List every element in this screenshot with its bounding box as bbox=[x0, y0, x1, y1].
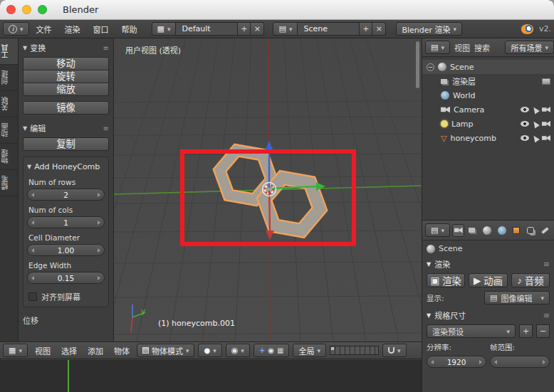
remove-preset-button[interactable]: − bbox=[536, 324, 550, 338]
transform-section-header[interactable]: ▼ 变换 ≡ bbox=[23, 41, 109, 54]
panel-menu-icon[interactable]: ≡ bbox=[543, 311, 550, 320]
tab-create[interactable]: 创建 bbox=[0, 65, 18, 91]
screen-layout-name-field[interactable]: Default bbox=[176, 22, 237, 36]
menu-add[interactable]: 添加 bbox=[84, 345, 107, 356]
resolution-x-slider[interactable]: 1920 bbox=[427, 356, 486, 368]
collapse-icon[interactable]: − bbox=[427, 63, 434, 71]
tab-relations[interactable]: 关联 bbox=[0, 91, 18, 117]
align-to-view-checkbox[interactable] bbox=[28, 292, 37, 301]
renderability-camera-icon[interactable] bbox=[542, 107, 550, 112]
add-preset-button[interactable]: + bbox=[519, 324, 533, 338]
panel-menu-icon[interactable]: ≡ bbox=[103, 44, 109, 52]
tree-row-honeycomb[interactable]: ▽ honeycomb bbox=[422, 131, 554, 145]
viewport-scrollbar[interactable] bbox=[416, 41, 419, 88]
renderability-camera-icon[interactable] bbox=[542, 135, 550, 141]
renderability-camera-icon[interactable] bbox=[542, 121, 550, 127]
tree-row-scene[interactable]: − Scene bbox=[422, 60, 554, 74]
editor-type-properties-button[interactable]: ▤ ▾ bbox=[425, 223, 450, 237]
tab-object[interactable] bbox=[510, 224, 522, 237]
selectability-cursor-icon[interactable] bbox=[531, 120, 540, 128]
snap-dropdown[interactable]: ▾ bbox=[382, 344, 407, 357]
tab-physics[interactable]: 物理 bbox=[0, 144, 18, 170]
scene-browse-button[interactable]: ▤ ▾ bbox=[273, 22, 298, 36]
selectability-cursor-icon[interactable] bbox=[531, 105, 540, 114]
tab-tools[interactable]: 工具 bbox=[0, 38, 18, 65]
render-button[interactable]: ▣ 渲染 bbox=[427, 273, 465, 287]
translate-manipulator-icon[interactable]: + bbox=[259, 346, 265, 354]
menu-select[interactable]: 选择 bbox=[58, 345, 80, 356]
mirror-button[interactable]: 镜像 bbox=[23, 101, 109, 115]
tab-animation[interactable]: 动画 bbox=[0, 117, 18, 144]
scale-manipulator-icon[interactable]: ▦ bbox=[277, 346, 283, 354]
rotate-button[interactable]: 旋转 bbox=[23, 70, 109, 83]
selectability-cursor-icon[interactable] bbox=[531, 134, 540, 142]
rotate-manipulator-icon[interactable]: ◉ bbox=[268, 346, 274, 354]
viewport-3d[interactable]: 用户视图 (透视) y (1) honeycomb.001 bbox=[114, 38, 422, 341]
layer-buttons[interactable] bbox=[330, 346, 379, 355]
outliner-search-menu[interactable]: 搜索 bbox=[474, 42, 490, 53]
mode-dropdown[interactable]: 物体模式 ▾ bbox=[137, 344, 195, 357]
minimize-window-button[interactable] bbox=[22, 5, 31, 14]
delete-screen-layout-button[interactable]: × bbox=[251, 22, 264, 36]
zoom-window-button[interactable] bbox=[38, 5, 47, 14]
menu-window[interactable]: 窗口 bbox=[88, 23, 115, 35]
render-engine-dropdown[interactable]: Blender 渲染 ▾ bbox=[396, 22, 462, 36]
menu-view[interactable]: 视图 bbox=[31, 345, 54, 356]
visibility-eye-icon[interactable] bbox=[521, 121, 529, 127]
menu-file[interactable]: 文件 bbox=[31, 23, 58, 35]
tab-render-layers[interactable] bbox=[466, 224, 479, 237]
editor-type-viewport-button[interactable]: ▦ ▾ bbox=[3, 344, 28, 357]
tab-modifiers[interactable] bbox=[539, 224, 551, 237]
add-scene-button[interactable]: + bbox=[359, 22, 372, 36]
edit-section-header[interactable]: ▼ 编辑 ≡ bbox=[23, 122, 109, 134]
scene-name-field[interactable]: Scene bbox=[298, 22, 359, 36]
visibility-eye-icon[interactable] bbox=[521, 135, 529, 141]
cell-diameter-slider[interactable]: 1.00 bbox=[27, 244, 105, 256]
dimensions-section-header[interactable]: ▼ 规格尺寸 ≡ bbox=[427, 309, 550, 321]
editor-type-info-button[interactable]: i ▾ bbox=[3, 22, 29, 36]
menu-render[interactable]: 渲染 bbox=[59, 23, 86, 35]
transform-orientation-dropdown[interactable]: 全局 ▾ bbox=[293, 344, 326, 357]
visibility-eye-icon[interactable] bbox=[521, 107, 529, 112]
tab-world[interactable] bbox=[496, 224, 508, 237]
viewport-shading-dropdown[interactable]: ● ▾ bbox=[198, 344, 221, 357]
frame-start-slider[interactable] bbox=[490, 356, 550, 368]
editor-type-outliner-button[interactable]: ▤ ▾ bbox=[425, 41, 450, 54]
animation-button[interactable]: ▶ 动画 bbox=[469, 273, 507, 287]
image-icon[interactable] bbox=[542, 78, 550, 85]
tree-row-camera[interactable]: Camera bbox=[422, 102, 554, 117]
render-presets-dropdown[interactable]: 渲染预设 ▾ bbox=[427, 324, 516, 338]
num-cols-slider[interactable]: 1 bbox=[27, 216, 105, 228]
scale-button[interactable]: 缩放 bbox=[23, 83, 109, 96]
num-rows-slider[interactable]: 2 bbox=[27, 189, 105, 201]
tab-grease-pencil[interactable]: 蜡笔 bbox=[0, 170, 18, 196]
timeline-playhead[interactable] bbox=[68, 360, 69, 392]
outliner-scope-dropdown[interactable]: 所有场景 ▾ bbox=[505, 41, 554, 54]
timeline[interactable] bbox=[0, 360, 422, 392]
tab-constraints[interactable] bbox=[524, 224, 536, 237]
menu-help[interactable]: 帮助 bbox=[116, 23, 143, 35]
tree-row-world[interactable]: World bbox=[422, 88, 554, 102]
screen-layout-browse-button[interactable]: ▦ ▾ bbox=[152, 22, 177, 36]
honeycomb-panel-header[interactable]: ▼ Add HoneyComb bbox=[27, 160, 105, 173]
tree-row-lamp[interactable]: Lamp bbox=[422, 117, 554, 131]
pivot-point-dropdown[interactable]: ◉ ▾ bbox=[226, 344, 250, 357]
tab-scene[interactable] bbox=[481, 224, 493, 237]
edge-width-slider[interactable]: 0.15 bbox=[27, 272, 105, 284]
render-section-header[interactable]: ▼ 渲染 ≡ bbox=[427, 258, 550, 270]
translate-button[interactable]: 移动 bbox=[23, 57, 109, 70]
display-mode-dropdown[interactable]: ▤ 图像编辑 ▾ bbox=[484, 291, 550, 304]
menu-object[interactable]: 物体 bbox=[110, 345, 133, 356]
add-screen-layout-button[interactable]: + bbox=[237, 22, 251, 36]
tab-render[interactable] bbox=[452, 224, 464, 237]
layers-icon: ▤ bbox=[278, 24, 286, 33]
delete-scene-button[interactable]: × bbox=[372, 22, 386, 36]
outliner-view-menu[interactable]: 视图 bbox=[454, 42, 470, 53]
audio-button[interactable]: ♪ 音频 bbox=[511, 273, 550, 287]
panel-menu-icon[interactable]: ≡ bbox=[543, 260, 550, 269]
tree-row-render-layers[interactable]: 渲染层 bbox=[422, 74, 554, 88]
manipulator-widget-group[interactable]: + ◉ ▦ bbox=[254, 344, 290, 357]
duplicate-button[interactable]: 复制 bbox=[23, 137, 109, 151]
panel-menu-icon[interactable]: ≡ bbox=[103, 125, 109, 132]
close-window-button[interactable] bbox=[6, 5, 16, 14]
